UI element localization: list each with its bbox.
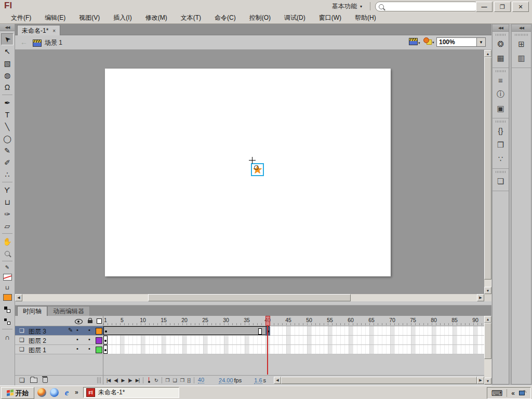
go-to-first-frame-button[interactable]: |◀ bbox=[107, 378, 110, 383]
scrollbar-thumb[interactable] bbox=[148, 294, 351, 301]
current-frame-value[interactable]: 40 bbox=[198, 377, 204, 383]
gripper-handle[interactable] bbox=[496, 34, 506, 36]
document-tab[interactable]: 未命名-1* × bbox=[17, 25, 60, 36]
subselection-tool[interactable]: ↖ bbox=[1, 45, 14, 57]
3d-rotation-tool[interactable]: ◍ bbox=[1, 69, 14, 81]
outline-all-layers-icon[interactable] bbox=[97, 318, 102, 324]
zoom-tool[interactable] bbox=[1, 247, 14, 259]
taskbar-task-flash-document[interactable]: Fl 未命名-1* bbox=[83, 387, 179, 398]
minimize-button[interactable]: — bbox=[476, 2, 493, 12]
zoom-level-value[interactable]: 100% bbox=[437, 38, 476, 46]
free-transform-tool[interactable]: ▧ bbox=[1, 57, 14, 69]
pasteboard[interactable]: ★ bbox=[15, 50, 484, 294]
back-arrow-icon[interactable]: ← bbox=[20, 38, 28, 46]
library-panel-icon[interactable]: ▥ bbox=[512, 51, 531, 65]
pen-tool[interactable]: ✒ bbox=[1, 97, 14, 109]
layer-row-图层 3[interactable]: ❏图层 3✎•• bbox=[15, 326, 103, 336]
frame-span[interactable] bbox=[103, 326, 270, 335]
timeline-vertical-scrollbar[interactable]: ▲ ▼ bbox=[484, 316, 491, 384]
splitter-handle[interactable] bbox=[97, 377, 101, 383]
eraser-tool[interactable]: ▱ bbox=[1, 220, 14, 232]
menu-item-3[interactable]: 视图(V) bbox=[72, 12, 107, 23]
tab-motion-editor[interactable]: 动画编辑器 bbox=[47, 306, 90, 316]
brush-tool[interactable]: ✐ bbox=[1, 156, 14, 168]
stroke-color-label[interactable]: ✎ bbox=[1, 263, 14, 271]
paint-bucket-tool[interactable]: ⊔ bbox=[1, 196, 14, 208]
menu-item-8[interactable]: 控制(O) bbox=[243, 12, 277, 23]
layer-visibility-dot[interactable]: • bbox=[76, 327, 78, 333]
messenger-quicklaunch-icon[interactable] bbox=[50, 388, 59, 397]
collapse-panels-button[interactable]: ◀◀ bbox=[493, 24, 509, 32]
swatches-panel-icon[interactable]: ▦ bbox=[493, 51, 509, 65]
modify-onion-markers-button[interactable]: [·] bbox=[188, 378, 190, 383]
elapsed-time-value[interactable]: 1.6 bbox=[254, 377, 262, 384]
line-tool[interactable]: ╲ bbox=[1, 121, 14, 132]
step-forward-button[interactable]: |▶ bbox=[128, 378, 131, 383]
stage-vertical-scrollbar[interactable]: ▲ ▼ bbox=[484, 50, 491, 294]
frame-ruler[interactable]: 151015202530354045505560657075808590 bbox=[103, 316, 484, 326]
layer-lock-dot[interactable]: • bbox=[88, 336, 90, 342]
spray-brush-tool[interactable]: ∴ bbox=[1, 168, 14, 180]
transform-panel-icon[interactable]: ▣ bbox=[493, 101, 509, 115]
scroll-left-button[interactable]: ◀ bbox=[15, 294, 22, 301]
frame-rate-value[interactable]: 24.00 bbox=[219, 377, 233, 384]
menu-item-1[interactable]: 文件(F) bbox=[4, 12, 38, 23]
search-input[interactable] bbox=[387, 3, 467, 10]
bone-tool[interactable]: Ƴ bbox=[1, 184, 14, 196]
frame-row-图层 3[interactable] bbox=[103, 326, 484, 336]
scrollbar-thumb[interactable] bbox=[281, 377, 477, 384]
frame-horizontal-scrollbar[interactable]: ◀ ▶ bbox=[274, 377, 484, 384]
scroll-up-button[interactable]: ▲ bbox=[484, 316, 491, 323]
show-hide-all-layers-icon[interactable] bbox=[75, 319, 83, 324]
search-box[interactable] bbox=[375, 2, 479, 11]
align-panel-icon[interactable]: ≡ bbox=[493, 73, 509, 87]
tab-timeline[interactable]: 时间轴 bbox=[17, 306, 47, 316]
layer-row-图层 2[interactable]: ❏图层 2•• bbox=[15, 336, 103, 345]
pencil-tool[interactable]: ✎ bbox=[1, 144, 14, 156]
properties-panel-icon[interactable]: ⊞ bbox=[512, 37, 531, 51]
internet-explorer-quicklaunch-icon[interactable]: e bbox=[62, 388, 71, 397]
menu-item-4[interactable]: 插入(I) bbox=[107, 12, 138, 23]
keyframe-cell[interactable] bbox=[103, 336, 108, 344]
motion-presets-panel-icon[interactable]: ∵ bbox=[493, 152, 509, 166]
close-icon[interactable]: × bbox=[52, 28, 56, 34]
menu-item-9[interactable]: 调试(D) bbox=[277, 12, 312, 23]
shape-tool[interactable]: ◯ bbox=[1, 132, 14, 144]
zoom-dropdown-button[interactable]: ▼ bbox=[476, 38, 485, 46]
layer-visibility-dot[interactable]: • bbox=[76, 345, 78, 352]
frame-row-图层 2[interactable] bbox=[103, 336, 484, 345]
default-colors-button[interactable] bbox=[1, 303, 14, 315]
onion-skin-button[interactable]: ❐ bbox=[166, 378, 169, 383]
layer-visibility-dot[interactable]: • bbox=[76, 336, 78, 342]
playhead[interactable] bbox=[265, 316, 270, 326]
media-player-quicklaunch-icon[interactable] bbox=[37, 388, 46, 397]
collapse-tools-dock-button[interactable]: ◀◀ bbox=[0, 24, 15, 31]
go-to-last-frame-button[interactable]: ▶| bbox=[136, 378, 139, 383]
menu-item-11[interactable]: 帮助(H) bbox=[348, 12, 383, 23]
menu-item-6[interactable]: 文本(T) bbox=[174, 12, 208, 23]
snap-magnet-toggle[interactable]: ∩ bbox=[1, 331, 14, 343]
layer-lock-dot[interactable]: • bbox=[88, 327, 90, 333]
network-tray-icon[interactable] bbox=[519, 390, 526, 396]
layer-row-图层 1[interactable]: ❏图层 1•• bbox=[15, 345, 103, 354]
scroll-left-button[interactable]: ◀ bbox=[274, 377, 281, 384]
center-frame-button[interactable] bbox=[147, 377, 151, 383]
fill-color-swatch[interactable] bbox=[1, 291, 14, 303]
new-folder-button[interactable] bbox=[30, 378, 37, 383]
tray-collapse-chevron[interactable]: « bbox=[511, 390, 515, 397]
menu-item-7[interactable]: 命令(C) bbox=[208, 12, 243, 23]
components-panel-icon[interactable]: ❒ bbox=[493, 138, 509, 152]
close-button[interactable]: ✕ bbox=[512, 2, 529, 12]
info-panel-icon[interactable]: ⓘ bbox=[493, 87, 509, 101]
frame-row-图层 1[interactable] bbox=[103, 345, 484, 354]
stroke-color-swatch[interactable] bbox=[1, 271, 14, 283]
fill-color-label[interactable]: ⊔ bbox=[1, 283, 14, 291]
swap-colors-button[interactable] bbox=[1, 315, 14, 327]
workspace-switcher[interactable]: 基本功能 ▾ bbox=[329, 2, 365, 11]
input-method-keyboard-icon[interactable]: ⌨ bbox=[491, 389, 503, 398]
delete-layer-button[interactable] bbox=[43, 377, 48, 383]
start-button[interactable]: 开始 bbox=[1, 387, 34, 399]
scroll-right-button[interactable]: ▶ bbox=[477, 294, 484, 301]
menu-item-2[interactable]: 编辑(E) bbox=[38, 12, 72, 23]
gripper-handle[interactable] bbox=[496, 171, 506, 173]
